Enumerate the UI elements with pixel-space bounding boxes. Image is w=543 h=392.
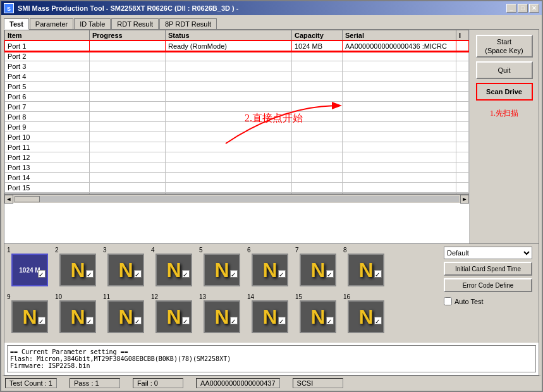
card-image[interactable]: N [204,254,240,286]
card-image[interactable]: N [107,254,144,286]
card-n-label: N [118,305,133,329]
card-n-label: N [22,305,37,329]
card-image[interactable]: 1024 M [11,254,48,286]
card-image[interactable]: N [204,300,240,333]
card-n-label: N [70,259,85,282]
tab-8p-rdt-result[interactable]: 8P RDT Result [159,18,217,30]
card-item[interactable]: 8N [343,247,389,292]
card-checkbox[interactable] [230,270,238,278]
auto-test-checkbox[interactable] [444,297,452,305]
param-line2: Firmware: ISP2258.bin [10,362,533,369]
table-row[interactable]: Port 15 [5,183,469,193]
scroll-thumb[interactable] [15,196,40,202]
card-item[interactable]: 14N [247,293,293,339]
card-checkbox[interactable] [38,270,46,278]
tab-parameter[interactable]: Parameter [30,18,73,30]
card-item[interactable]: 7N [295,247,341,292]
card-image[interactable]: N [11,300,48,333]
scan-drive-button[interactable]: Scan Drive [476,83,533,101]
card-item[interactable]: 16N [343,293,389,339]
card-checkbox[interactable] [182,317,190,324]
table-row[interactable]: Port 8 [5,112,469,122]
quit-button[interactable]: Quit [476,61,533,79]
card-checkbox[interactable] [86,270,94,278]
tab-rdt-result[interactable]: RDT Result [111,18,159,30]
card-checkbox[interactable] [326,317,334,324]
card-item[interactable]: 6N [247,247,293,292]
card-checkbox[interactable] [134,317,142,324]
scroll-track[interactable] [15,196,459,202]
param-box: == Current Parameter setting == Flash: M… [7,345,536,372]
content-area: Item Progress Status Capacity Serial I P… [4,30,539,243]
table-row[interactable]: Port 14 [5,173,469,183]
card-image[interactable]: N [348,254,384,286]
card-image[interactable]: N [348,300,384,333]
card-checkbox[interactable] [230,317,238,324]
initial-card-button[interactable]: Initial Card Spend Time [444,262,532,276]
card-image[interactable]: N [252,254,288,286]
card-item[interactable]: 3N [103,247,149,292]
card-image[interactable]: N [59,254,96,286]
card-dropdown[interactable]: Default [444,247,532,259]
table-row[interactable]: Port 5 [5,82,469,92]
card-image[interactable]: N [300,254,336,286]
card-image[interactable]: N [252,300,288,333]
cards-row-1: 11024 M2N3N4N5N6N7N8N [7,247,441,292]
card-checkbox[interactable] [374,317,382,324]
start-button[interactable]: Start (Space Key) [476,35,533,58]
card-checkbox[interactable] [374,270,382,278]
card-image[interactable]: N [300,300,336,333]
port-table: Item Progress Status Capacity Serial I P… [4,30,469,194]
table-row[interactable]: Port 12 [5,152,469,162]
card-n-label: N [358,259,373,282]
tab-id-table[interactable]: ID Table [74,18,111,30]
table-row[interactable]: Port 7 [5,102,469,112]
tab-test[interactable]: Test [4,18,29,30]
close-button[interactable]: ✕ [529,4,539,13]
status-fail: Fail : 0 [133,378,183,388]
card-item[interactable]: 15N [295,293,341,339]
card-item[interactable]: 9N [7,293,52,339]
card-item[interactable]: 10N [55,293,101,339]
card-item[interactable]: 4N [151,247,197,292]
table-row[interactable]: Port 11 [5,142,469,152]
card-checkbox[interactable] [38,317,46,324]
card-item[interactable]: 12N [151,293,197,339]
card-number: 11 [103,293,110,300]
error-code-button[interactable]: Error Code Define [444,278,532,292]
card-checkbox[interactable] [278,270,286,278]
cards-section: 11024 M2N3N4N5N6N7N8N 9N10N11N12N13N14N1… [4,243,539,343]
minimize-button[interactable]: _ [506,4,516,13]
maximize-button[interactable]: □ [518,4,528,13]
table-row[interactable]: Port 3 [5,61,469,71]
card-checkbox[interactable] [134,270,142,278]
table-row[interactable]: Port 10 [5,132,469,142]
horizontal-scrollbar[interactable]: ◄ ► [4,194,469,203]
table-row[interactable]: Port 2 [5,51,469,61]
card-image[interactable]: N [156,300,192,333]
card-image[interactable]: N [107,300,144,333]
title-bar: S SMI Mass Production Tool - SM2258XT R0… [1,1,542,15]
card-image[interactable]: N [156,254,192,286]
table-row[interactable]: Port 9 [5,122,469,132]
scroll-left-arrow[interactable]: ◄ [4,195,13,204]
scroll-right-arrow[interactable]: ► [460,195,469,204]
table-section: Item Progress Status Capacity Serial I P… [4,30,469,243]
table-row[interactable]: Port 6 [5,92,469,102]
card-item[interactable]: 13N [199,293,245,339]
card-checkbox[interactable] [182,270,190,278]
card-checkbox[interactable] [86,317,94,324]
card-image[interactable]: N [59,300,96,333]
table-row[interactable]: Port 1Ready (RomMode)1024 MBAA0000000000… [5,41,469,51]
card-item[interactable]: 11N [103,293,149,339]
status-mode: SCSI [293,378,343,388]
table-row[interactable]: Port 4 [5,71,469,82]
card-checkbox[interactable] [278,317,286,324]
card-checkbox[interactable] [326,270,334,278]
card-n-label: N [262,305,277,329]
card-item[interactable]: 5N [199,247,245,292]
table-row[interactable]: Port 13 [5,162,469,173]
card-item[interactable]: 2N [55,247,101,292]
card-number: 5 [199,247,203,254]
card-item[interactable]: 11024 M [7,247,52,292]
